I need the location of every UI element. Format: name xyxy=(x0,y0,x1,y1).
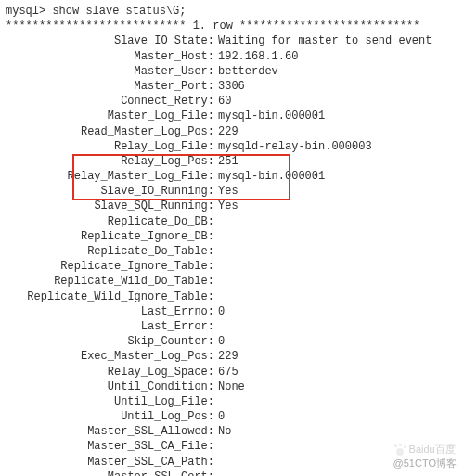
status-field-label: Master_Log_File: xyxy=(6,109,214,123)
status-field-label: Until_Log_File: xyxy=(6,394,214,409)
status-field-label: Replicate_Wild_Ignore_Table: xyxy=(6,289,214,304)
status-field-row: Slave_IO_Running:Yes xyxy=(6,184,458,199)
status-field-label: Master_User: xyxy=(6,64,214,79)
status-field-value: 192.168.1.60 xyxy=(214,49,298,64)
status-field-row: Master_Log_File:mysql-bin.000001 xyxy=(6,109,458,123)
status-field-row: Slave_SQL_Running:Yes xyxy=(6,199,458,213)
status-field-value: Yes xyxy=(214,199,238,213)
status-field-value: No xyxy=(214,424,231,439)
status-field-row: Master_SSL_Allowed:No xyxy=(6,424,458,439)
status-field-row: Master_Host:192.168.1.60 xyxy=(6,49,458,64)
status-field-value: mysql-bin.000001 xyxy=(214,169,325,184)
status-field-value: 229 xyxy=(214,124,238,139)
prompt-line: mysql> show slave status\G; xyxy=(6,4,458,19)
status-field-row: Master_SSL_Cert: xyxy=(6,470,458,476)
status-field-label: Replicate_Ignore_DB: xyxy=(6,229,214,244)
status-field-label: Exec_Master_Log_Pos: xyxy=(6,349,214,364)
status-field-value: 3306 xyxy=(214,79,245,94)
status-field-label: Skip_Counter: xyxy=(6,334,214,349)
status-field-row: Last_Error: xyxy=(6,319,458,334)
status-field-row: Master_Port:3306 xyxy=(6,79,458,94)
status-field-row: Master_SSL_CA_Path: xyxy=(6,455,458,470)
status-field-row: Relay_Log_File:mysqld-relay-bin.000003 xyxy=(6,139,458,154)
status-field-value: mysql-bin.000001 xyxy=(214,109,325,123)
status-field-row: Last_Errno:0 xyxy=(6,304,458,319)
watermark-paw-icon xyxy=(393,444,406,457)
status-field-row: Replicate_Ignore_DB: xyxy=(6,229,458,244)
status-field-row: Until_Condition:None xyxy=(6,380,458,394)
status-field-value: betterdev xyxy=(214,64,278,79)
status-field-label: Connect_Retry: xyxy=(6,94,214,109)
status-field-value: mysqld-relay-bin.000003 xyxy=(214,139,372,154)
status-field-label: Master_SSL_CA_Path: xyxy=(6,455,214,470)
status-field-label: Slave_SQL_Running: xyxy=(6,199,214,213)
watermark-brand: Baidu百度 xyxy=(409,443,456,457)
status-field-row: Skip_Counter:0 xyxy=(6,334,458,349)
status-field-label: Relay_Log_Pos: xyxy=(6,154,214,169)
status-field-label: Last_Errno: xyxy=(6,304,214,319)
status-field-row: Read_Master_Log_Pos:229 xyxy=(6,124,458,139)
status-field-row: Master_User:betterdev xyxy=(6,64,458,79)
status-field-value: 0 xyxy=(214,304,225,319)
status-field-row: Relay_Master_Log_File:mysql-bin.000001 xyxy=(6,169,458,184)
status-field-label: Slave_IO_State: xyxy=(6,33,214,48)
status-field-label: Relay_Log_File: xyxy=(6,139,214,154)
status-field-label: Relay_Log_Space: xyxy=(6,365,214,380)
status-field-label: Master_SSL_CA_File: xyxy=(6,439,214,454)
status-field-row: Exec_Master_Log_Pos:229 xyxy=(6,349,458,364)
status-field-row: Until_Log_Pos:0 xyxy=(6,409,458,424)
terminal-output: mysql> show slave status\G; ************… xyxy=(6,4,458,476)
status-field-label: Read_Master_Log_Pos: xyxy=(6,124,214,139)
status-field-label: Relay_Master_Log_File: xyxy=(6,169,214,184)
status-field-row: Until_Log_File: xyxy=(6,394,458,409)
status-field-value: Yes xyxy=(214,184,238,199)
status-field-label: Slave_IO_Running: xyxy=(6,184,214,199)
status-field-label: Master_SSL_Allowed: xyxy=(6,424,214,439)
status-field-row: Replicate_Do_Table: xyxy=(6,244,458,259)
status-field-value: 0 xyxy=(214,409,225,424)
status-field-label: Until_Log_Pos: xyxy=(6,409,214,424)
status-field-row: Relay_Log_Space:675 xyxy=(6,365,458,380)
status-field-label: Master_Port: xyxy=(6,79,214,94)
status-field-label: Master_SSL_Cert: xyxy=(6,470,214,476)
status-field-value: 229 xyxy=(214,349,238,364)
status-field-label: Replicate_Wild_Do_Table: xyxy=(6,274,214,289)
status-field-value: Waiting for master to send event xyxy=(214,33,432,48)
row-header: *************************** 1. row *****… xyxy=(6,19,458,33)
status-field-label: Replicate_Ignore_Table: xyxy=(6,259,214,274)
status-field-row: Replicate_Wild_Ignore_Table: xyxy=(6,289,458,304)
status-field-label: Replicate_Do_Table: xyxy=(6,244,214,259)
status-field-label: Master_Host: xyxy=(6,49,214,64)
status-field-row: Master_SSL_CA_File: xyxy=(6,439,458,454)
status-field-row: Replicate_Ignore_Table: xyxy=(6,259,458,274)
status-field-row: Replicate_Wild_Do_Table: xyxy=(6,274,458,289)
status-field-value: None xyxy=(214,380,245,394)
status-field-row: Relay_Log_Pos:251 xyxy=(6,154,458,169)
status-field-label: Last_Error: xyxy=(6,319,214,334)
status-field-value: 0 xyxy=(214,334,225,349)
watermark: Baidu百度 @51CTO博客 xyxy=(393,443,457,470)
status-field-row: Replicate_Do_DB: xyxy=(6,214,458,229)
status-field-value: 675 xyxy=(214,365,238,380)
status-field-label: Replicate_Do_DB: xyxy=(6,214,214,229)
status-field-row: Slave_IO_State:Waiting for master to sen… xyxy=(6,33,458,48)
watermark-credit: @51CTO博客 xyxy=(393,457,457,470)
status-field-row: Connect_Retry:60 xyxy=(6,94,458,109)
status-field-value: 60 xyxy=(214,94,231,109)
status-field-label: Until_Condition: xyxy=(6,380,214,394)
status-fields: Slave_IO_State:Waiting for master to sen… xyxy=(6,33,458,476)
status-field-value: 251 xyxy=(214,154,238,169)
